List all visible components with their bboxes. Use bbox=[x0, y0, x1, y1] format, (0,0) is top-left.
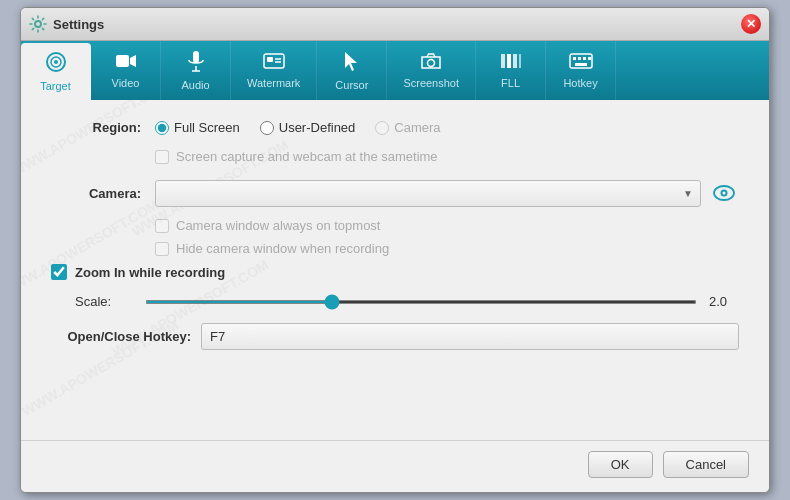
fll-icon bbox=[500, 52, 522, 73]
hotkey-input[interactable] bbox=[201, 323, 739, 350]
screen-webcam-label: Screen capture and webcam at the sametim… bbox=[176, 149, 438, 164]
tab-hotkey-label: Hotkey bbox=[563, 77, 597, 89]
svg-rect-4 bbox=[116, 55, 129, 67]
svg-rect-23 bbox=[588, 57, 591, 60]
svg-marker-13 bbox=[345, 52, 357, 71]
svg-rect-20 bbox=[573, 57, 576, 60]
radio-user-defined-input[interactable] bbox=[260, 121, 274, 135]
scale-value: 2.0 bbox=[709, 294, 739, 309]
watermark-icon bbox=[263, 52, 285, 73]
tab-fll[interactable]: FLL bbox=[476, 41, 546, 100]
zoom-label: Zoom In while recording bbox=[75, 265, 225, 280]
tab-watermark[interactable]: Watermark bbox=[231, 41, 317, 100]
camera-options: Camera window always on topmost Hide cam… bbox=[155, 218, 739, 256]
svg-marker-5 bbox=[130, 55, 136, 67]
hotkey-icon bbox=[569, 52, 593, 73]
hotkey-label: Open/Close Hotkey: bbox=[51, 329, 191, 344]
screen-webcam-checkbox[interactable] bbox=[155, 150, 169, 164]
camera-topmost-option: Camera window always on topmost bbox=[155, 218, 739, 233]
region-options: Full Screen User-Defined Camera bbox=[155, 120, 441, 135]
window-title: Settings bbox=[53, 17, 741, 32]
video-icon bbox=[115, 52, 137, 73]
region-label: Region: bbox=[51, 120, 141, 135]
svg-rect-16 bbox=[507, 54, 511, 68]
camera-topmost-label: Camera window always on topmost bbox=[176, 218, 380, 233]
radio-camera[interactable]: Camera bbox=[375, 120, 440, 135]
cancel-button[interactable]: Cancel bbox=[663, 451, 749, 478]
camera-hide-option: Hide camera window when recording bbox=[155, 241, 739, 256]
tab-hotkey[interactable]: Hotkey bbox=[546, 41, 616, 100]
footer: OK Cancel bbox=[21, 440, 769, 492]
camera-select-wrapper: ▼ bbox=[155, 180, 701, 207]
tab-watermark-label: Watermark bbox=[247, 77, 300, 89]
tab-video[interactable]: Video bbox=[91, 41, 161, 100]
svg-rect-15 bbox=[501, 54, 505, 68]
radio-user-defined[interactable]: User-Defined bbox=[260, 120, 356, 135]
tab-cursor[interactable]: Cursor bbox=[317, 41, 387, 100]
svg-rect-18 bbox=[519, 54, 521, 68]
scale-label: Scale: bbox=[75, 294, 145, 309]
region-row: Region: Full Screen User-Defined Camera bbox=[51, 120, 739, 135]
svg-rect-22 bbox=[583, 57, 586, 60]
settings-window: Settings ✕ Target Video bbox=[20, 7, 770, 493]
tab-fll-label: FLL bbox=[501, 77, 520, 89]
zoom-section: Zoom In while recording bbox=[51, 264, 739, 280]
screenshot-icon bbox=[420, 52, 442, 73]
camera-select[interactable] bbox=[155, 180, 701, 207]
target-icon bbox=[45, 51, 67, 76]
svg-rect-10 bbox=[267, 57, 273, 62]
svg-rect-21 bbox=[578, 57, 581, 60]
user-defined-label: User-Defined bbox=[279, 120, 356, 135]
scale-slider[interactable] bbox=[145, 300, 697, 304]
tab-cursor-label: Cursor bbox=[335, 79, 368, 91]
tab-audio-label: Audio bbox=[181, 79, 209, 91]
camera-label: Camera: bbox=[51, 186, 141, 201]
hotkey-row: Open/Close Hotkey: bbox=[51, 323, 739, 350]
svg-rect-17 bbox=[513, 54, 517, 68]
radio-full-screen[interactable]: Full Screen bbox=[155, 120, 240, 135]
tab-bar: Target Video Audio bbox=[21, 41, 769, 100]
close-button[interactable]: ✕ bbox=[741, 14, 761, 34]
tab-audio[interactable]: Audio bbox=[161, 41, 231, 100]
camera-hide-checkbox[interactable] bbox=[155, 242, 169, 256]
svg-rect-6 bbox=[193, 51, 199, 63]
audio-icon bbox=[187, 50, 205, 75]
camera-radio-label: Camera bbox=[394, 120, 440, 135]
camera-topmost-checkbox[interactable] bbox=[155, 219, 169, 233]
tab-screenshot[interactable]: Screenshot bbox=[387, 41, 476, 100]
scale-row: Scale: 2.0 bbox=[75, 294, 739, 309]
svg-point-3 bbox=[54, 60, 58, 64]
tab-target[interactable]: Target bbox=[21, 43, 91, 100]
ok-button[interactable]: OK bbox=[588, 451, 653, 478]
full-screen-label: Full Screen bbox=[174, 120, 240, 135]
content-area: WWW.APOWERSOFT.COM WWW.APOWERSOFT.COM WW… bbox=[21, 100, 769, 440]
camera-row: Camera: ▼ bbox=[51, 178, 739, 208]
screen-webcam-row: Screen capture and webcam at the sametim… bbox=[155, 149, 739, 164]
cursor-icon bbox=[343, 50, 361, 75]
svg-point-14 bbox=[428, 60, 435, 67]
camera-hide-label: Hide camera window when recording bbox=[176, 241, 389, 256]
title-bar: Settings ✕ bbox=[21, 8, 769, 41]
eye-button[interactable] bbox=[709, 178, 739, 208]
zoom-checkbox[interactable] bbox=[51, 264, 67, 280]
radio-camera-input bbox=[375, 121, 389, 135]
svg-rect-24 bbox=[575, 63, 587, 66]
svg-point-27 bbox=[723, 192, 726, 195]
tab-target-label: Target bbox=[40, 80, 71, 92]
settings-icon bbox=[29, 15, 47, 33]
tab-video-label: Video bbox=[112, 77, 140, 89]
tab-screenshot-label: Screenshot bbox=[403, 77, 459, 89]
radio-full-screen-input[interactable] bbox=[155, 121, 169, 135]
svg-point-0 bbox=[35, 21, 41, 27]
